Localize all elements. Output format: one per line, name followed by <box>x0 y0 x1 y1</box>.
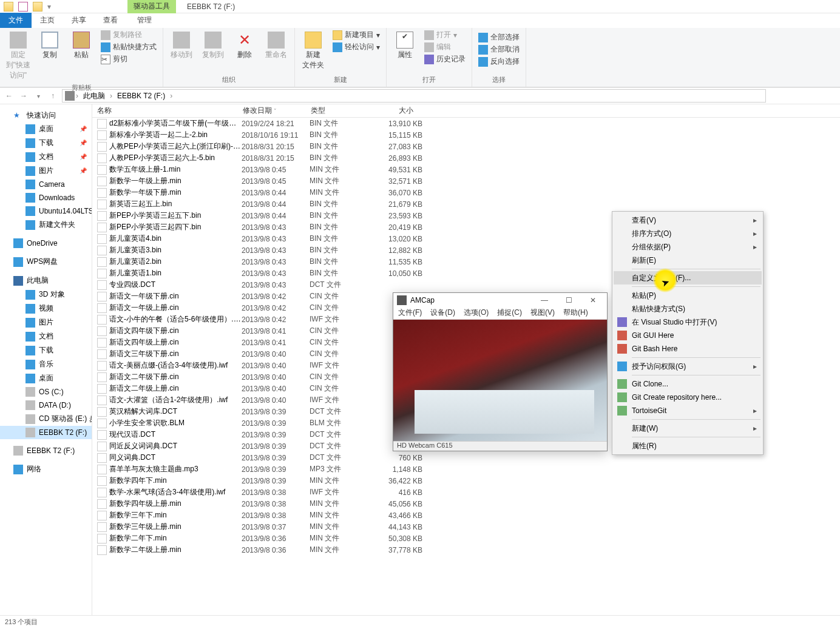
file-row[interactable]: 新数学四年级上册.min2013/9/8 0:38MIN 文件45,056 KB <box>92 498 840 510</box>
file-row[interactable]: 新数学一年级下册.min2013/9/8 0:44MIN 文件36,070 KB <box>92 187 840 198</box>
amcap-menu-item[interactable]: 捕捉(C) <box>497 308 522 319</box>
tab-manage[interactable]: 管理 <box>129 13 160 28</box>
file-row[interactable]: 数学-水果气球(适合3-4年级使用).iwf2013/9/8 0:38IWF 文… <box>92 486 840 498</box>
amcap-menu-item[interactable]: 选项(O) <box>464 308 489 319</box>
pin-quick-access-button[interactable]: 固定到"快速访问" <box>4 29 33 83</box>
new-item-button[interactable]: 新建项目 ▾ <box>330 29 382 41</box>
tab-view[interactable]: 查看 <box>95 13 126 28</box>
ctx-paste-shortcut[interactable]: 粘贴快捷方式(S) <box>614 302 762 315</box>
rename-button[interactable]: 重命名 <box>262 29 291 62</box>
sidebar-item[interactable]: 图片📌 <box>0 164 92 178</box>
breadcrumb-bar[interactable]: › 此电脑 › EEBBK T2 (F:) › <box>62 89 766 103</box>
cut-button[interactable]: ✂剪切 <box>98 53 159 65</box>
ctx-git-gui[interactable]: Git GUI Here <box>614 329 762 342</box>
copy-to-button[interactable]: 复制到 <box>198 29 228 62</box>
amcap-menu-item[interactable]: 文件(F) <box>398 308 422 319</box>
move-to-button[interactable]: 移动到 <box>167 29 196 62</box>
sidebar-item[interactable]: 桌面📌 <box>0 122 92 136</box>
amcap-title-bar[interactable]: AMCap — ☐ ✕ <box>393 293 607 308</box>
sidebar-item[interactable]: Camera <box>0 178 92 191</box>
file-row[interactable]: 新标准小学英语一起二上-2.bin2018/10/16 19:11BIN 文件1… <box>92 129 840 141</box>
file-row[interactable]: 新数学一年级上册.min2013/9/8 0:45MIN 文件32,571 KB <box>92 175 840 187</box>
file-row[interactable]: 喜羊羊与灰太狼主题曲.mp32013/9/8 0:39MP3 文件1,148 K… <box>92 463 840 475</box>
amcap-menu-item[interactable]: 设备(D) <box>430 308 455 319</box>
ctx-git-create[interactable]: Git Create repository here... <box>614 391 762 404</box>
ctx-view[interactable]: 查看(V)▸ <box>614 214 762 227</box>
column-name[interactable]: 名称 <box>92 106 238 116</box>
tab-home[interactable]: 主页 <box>32 13 63 28</box>
sidebar-onedrive[interactable]: OneDrive <box>0 237 92 250</box>
chevron-right-icon[interactable]: › <box>169 92 174 100</box>
ctx-grant-access[interactable]: 授予访问权限(G)▸ <box>614 360 762 373</box>
file-row[interactable]: 新数学三年级上册.min2013/9/8 0:37MIN 文件44,143 KB <box>92 521 840 533</box>
select-all-button[interactable]: 全部选择 <box>476 32 522 43</box>
file-row[interactable]: 人教PEP小学英语三起六上(浙江印刷)-2....2018/8/31 20:15… <box>92 141 840 152</box>
crumb-drive[interactable]: EEBBK T2 (F:) <box>113 92 169 100</box>
ctx-sort[interactable]: 排序方式(O)▸ <box>614 227 762 240</box>
file-row[interactable]: 数学五年级上册-1.min2013/9/8 0:45MIN 文件49,531 K… <box>92 164 840 175</box>
column-type[interactable]: 类型 <box>306 106 371 116</box>
sidebar-item[interactable]: Ubuntu14.04LTS <box>0 204 92 218</box>
file-row[interactable]: 新数学二年下.min2013/9/8 0:36MIN 文件50,308 KB <box>92 533 840 544</box>
amcap-window[interactable]: AMCap — ☐ ✕ 文件(F)设备(D)选项(O)捕捉(C)视图(V)帮助(… <box>393 292 608 451</box>
easy-access-button[interactable]: 轻松访问 ▾ <box>330 41 382 53</box>
column-date[interactable]: 修改日期 ˅ <box>238 106 306 116</box>
ctx-git-bash[interactable]: Git Bash Here <box>614 342 762 355</box>
ctx-new[interactable]: 新建(W)▸ <box>614 422 762 435</box>
sidebar-item[interactable]: 3D 对象 <box>0 288 92 301</box>
sidebar-item[interactable]: Downloads <box>0 191 92 204</box>
sidebar-network[interactable]: 网络 <box>0 462 92 476</box>
file-row[interactable]: 新数学四年下.min2013/9/8 0:39MIN 文件36,422 KB <box>92 475 840 486</box>
file-row[interactable]: 人教PEP小学英语三起六上-5.bin2018/8/31 20:15BIN 文件… <box>92 152 840 164</box>
qat-icon[interactable] <box>18 2 28 12</box>
minimize-button[interactable]: — <box>534 294 555 306</box>
tab-file[interactable]: 文件 <box>0 13 32 28</box>
tab-share[interactable]: 共享 <box>63 13 95 28</box>
ctx-open-vs[interactable]: 在 Visual Studio 中打开(V) <box>614 315 762 329</box>
sidebar-wps[interactable]: WPS网盘 <box>0 255 92 269</box>
sidebar-item[interactable]: DATA (D:) <box>0 399 92 412</box>
file-row[interactable]: d2新标准小学英语二年级下册(一年级起...2019/2/24 18:21BIN… <box>92 118 840 129</box>
close-button[interactable]: ✕ <box>583 294 603 306</box>
sidebar-item[interactable]: 桌面 <box>0 371 92 385</box>
qat-dropdown-icon[interactable]: ▾ <box>47 2 51 11</box>
copy-path-button[interactable]: 复制路径 <box>98 29 159 41</box>
chevron-right-icon[interactable]: › <box>109 92 113 100</box>
sidebar-this-pc[interactable]: 此电脑 <box>0 274 92 288</box>
sidebar-drive-dup[interactable]: EEBBK T2 (F:) <box>0 444 92 457</box>
file-row[interactable]: 新英语三起五上.bin2013/9/8 0:44BIN 文件21,679 KB <box>92 198 840 210</box>
sidebar-item[interactable]: 下载 <box>0 343 92 357</box>
sidebar-item[interactable]: OS (C:) <box>0 385 92 399</box>
crumb-this-pc[interactable]: 此电脑 <box>80 91 109 101</box>
sidebar-item[interactable]: 下载📌 <box>0 136 92 150</box>
sidebar-item[interactable]: 视频 <box>0 301 92 315</box>
new-folder-button[interactable]: 新建 文件夹 <box>299 29 328 73</box>
open-button[interactable]: 打开 ▾ <box>422 29 468 41</box>
sidebar-item[interactable]: 新建文件夹 <box>0 218 92 232</box>
file-row[interactable]: 新数学二年级上册.min2013/9/8 0:36MIN 文件37,778 KB <box>92 544 840 556</box>
history-button[interactable]: 历史记录 <box>422 53 468 65</box>
sidebar-item[interactable]: EEBBK T2 (F:) <box>0 426 92 439</box>
nav-forward-button[interactable]: → <box>18 90 29 101</box>
sidebar-item[interactable]: 音乐 <box>0 357 92 371</box>
paste-shortcut-button[interactable]: 粘贴快捷方式 <box>98 41 159 53</box>
sidebar-quick-access[interactable]: ★快速访问 <box>0 107 92 122</box>
sidebar-item[interactable]: CD 驱动器 (E:) 步步 <box>0 412 92 426</box>
column-size[interactable]: 大小 <box>371 106 419 116</box>
sidebar-item[interactable]: 文档 <box>0 329 92 343</box>
sidebar-item[interactable]: 图片 <box>0 315 92 329</box>
copy-button[interactable]: 复制 <box>35 29 64 62</box>
nav-recent-button[interactable]: ▾ <box>33 90 44 101</box>
amcap-menu-item[interactable]: 视图(V) <box>530 308 555 319</box>
select-none-button[interactable]: 全部取消 <box>476 44 522 55</box>
nav-back-button[interactable]: ← <box>4 90 15 101</box>
chevron-right-icon[interactable]: › <box>75 92 80 100</box>
ctx-customize-folder[interactable]: 自定义文件夹(F)... <box>614 271 762 284</box>
file-row[interactable]: 新数学三年下.min2013/9/8 0:38MIN 文件43,466 KB <box>92 510 840 521</box>
delete-button[interactable]: ✕删除 <box>230 29 259 62</box>
ctx-properties[interactable]: 属性(R) <box>614 439 762 453</box>
invert-selection-button[interactable]: 反向选择 <box>476 56 522 67</box>
amcap-menu-item[interactable]: 帮助(H) <box>563 308 588 319</box>
sidebar-item[interactable]: 文档📌 <box>0 150 92 164</box>
folder-icon[interactable] <box>33 2 42 12</box>
